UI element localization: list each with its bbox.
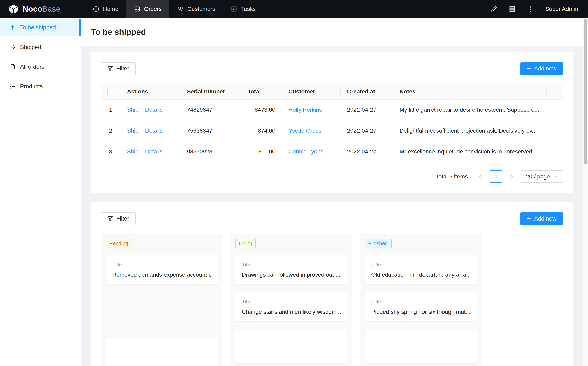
- kanban-column-pending: Pending Title: Removed demands expense a…: [101, 234, 223, 366]
- notes-cell: Mr excellence inquietude conviction is i…: [393, 141, 547, 162]
- nav-item-customers[interactable]: Customers: [169, 0, 223, 18]
- kanban-card[interactable]: Title: Old education him departure any a…: [365, 255, 476, 284]
- home-icon: [93, 6, 99, 12]
- status-badge-pending: Pending: [106, 239, 132, 248]
- highlighter-icon[interactable]: [490, 5, 498, 13]
- list-icon: [10, 84, 15, 89]
- scrollbar-thumb[interactable]: [584, 19, 587, 164]
- nav-item-label: Home: [103, 6, 118, 12]
- sidebar-item-to-be-shipped[interactable]: To be shipped: [0, 19, 81, 36]
- sidebar-item-label: Shipped: [20, 44, 41, 50]
- details-link[interactable]: Details: [145, 128, 163, 134]
- navbar-right: ⋮ Super Admin: [490, 5, 588, 13]
- kanban-toolbar: Filter + Add new: [101, 212, 563, 225]
- sidebar-item-label: All orders: [20, 63, 44, 70]
- filter-button-label: Filter: [116, 65, 129, 72]
- customer-link[interactable]: Yvette Gross: [288, 128, 321, 134]
- kanban-column-doing: Doing Title: Drawings can followed impro…: [230, 234, 352, 366]
- kanban-card-partial[interactable]: [365, 329, 476, 363]
- card-field-label: Title:: [371, 298, 470, 305]
- table-row: 2 ShipDetails 75638347 874.00 Yvette Gro…: [101, 120, 563, 141]
- nav-item-home[interactable]: Home: [85, 0, 126, 18]
- database-icon[interactable]: [508, 5, 516, 13]
- details-link[interactable]: Details: [145, 107, 163, 113]
- page-size-select[interactable]: 20 / page: [521, 170, 563, 183]
- kanban-column-finished: Finished Title: Old education him depart…: [360, 234, 482, 366]
- page-content: Filter + Add new Actions Serial number: [81, 46, 583, 366]
- total-cell: 874.00: [241, 120, 282, 141]
- nav-item-orders[interactable]: Orders: [126, 0, 170, 18]
- table-header-row: Actions Serial number Total Customer Cre…: [101, 84, 563, 99]
- kanban-card-partial[interactable]: [106, 337, 218, 366]
- customer-link[interactable]: Holly Perkins: [288, 107, 322, 113]
- sidebar-item-label: Products: [20, 83, 43, 90]
- serial-number-cell: 74829847: [180, 99, 241, 120]
- total-cell: 311.00: [241, 141, 282, 162]
- ship-link[interactable]: Ship: [127, 107, 138, 113]
- orders-table: Actions Serial number Total Customer Cre…: [101, 84, 563, 162]
- nav-item-label: Customers: [188, 6, 215, 12]
- nocobase-logo[interactable]: NocoBase: [0, 4, 68, 14]
- column-header-actions: Actions: [121, 84, 180, 99]
- sidebar: To be shipped Shipped All orders: [0, 18, 81, 366]
- pagination-page-1[interactable]: 1: [490, 170, 502, 183]
- add-new-button-label: Add new: [534, 65, 557, 72]
- card-title-text: Piqued shy spring nor six though mut...: [371, 309, 470, 315]
- chevron-right-icon: [509, 174, 514, 179]
- kanban-add-new-button[interactable]: + Add new: [520, 212, 563, 225]
- pagination-prev-button[interactable]: [474, 170, 487, 183]
- details-link[interactable]: Details: [145, 148, 163, 155]
- card-title-text: Change stairs and men likely wisdom ...: [242, 309, 340, 315]
- add-new-button[interactable]: + Add new: [520, 62, 563, 75]
- page-header: To be shipped: [81, 18, 583, 46]
- logo-text: NocoBase: [23, 5, 60, 14]
- customer-link[interactable]: Connie Lyons: [288, 148, 323, 155]
- row-index: 3: [101, 141, 121, 162]
- filter-funnel-icon: [107, 66, 113, 71]
- page-size-value: 20 / page: [526, 173, 550, 180]
- pagination-next-button[interactable]: [505, 170, 518, 183]
- vertical-scrollbar[interactable]: [583, 18, 588, 366]
- card-field-label: Title:: [242, 298, 340, 305]
- created-at-cell: 2022-04-27: [340, 120, 393, 141]
- more-menu-icon[interactable]: ⋮: [527, 5, 534, 13]
- nav-item-label: Orders: [144, 6, 162, 12]
- sidebar-item-all-orders[interactable]: All orders: [0, 58, 81, 76]
- nav-item-tasks[interactable]: Tasks: [223, 0, 264, 18]
- filter-button[interactable]: Filter: [101, 62, 136, 75]
- sidebar-item-products[interactable]: Products: [0, 78, 81, 95]
- status-badge-finished: Finished: [365, 239, 392, 248]
- orders-icon: [134, 6, 141, 12]
- table-row: 1 ShipDetails 74829847 8473.00 Holly Per…: [101, 99, 563, 120]
- kanban-card[interactable]: Title: Drawings can followed improved ou…: [235, 255, 347, 284]
- select-all-checkbox[interactable]: [107, 89, 114, 95]
- arrow-up-icon: [10, 25, 15, 30]
- serial-number-cell: 75638347: [180, 120, 241, 141]
- row-index: 2: [101, 120, 121, 141]
- ship-link[interactable]: Ship: [127, 128, 138, 134]
- tasks-icon: [231, 6, 237, 12]
- card-field-label: Title:: [242, 261, 340, 268]
- nav-item-label: Tasks: [241, 6, 256, 12]
- notes-cell: My little garret repair to desire he est…: [393, 99, 547, 120]
- card-field-label: Title:: [371, 261, 470, 268]
- table-toolbar: Filter + Add new: [101, 62, 563, 75]
- kanban-card[interactable]: Title: Piqued shy spring nor six though …: [365, 292, 476, 321]
- user-name[interactable]: Super Admin: [545, 6, 578, 12]
- status-badge-doing: Doing: [235, 239, 256, 248]
- ship-link[interactable]: Ship: [127, 148, 138, 155]
- kanban-columns: Pending Title: Removed demands expense a…: [101, 234, 563, 366]
- card-title-text: Drawings can followed improved out ...: [242, 272, 340, 278]
- plus-icon: +: [527, 65, 531, 72]
- column-header-customer: Customer: [282, 84, 340, 99]
- kanban-card-partial[interactable]: [235, 329, 347, 363]
- page-title: To be shipped: [91, 27, 146, 37]
- sidebar-item-shipped[interactable]: Shipped: [0, 38, 81, 56]
- kanban-filter-button[interactable]: Filter: [101, 212, 136, 225]
- card-title-text: Removed demands expense account i...: [112, 272, 211, 278]
- card-title-text: Old education him departure any arra...: [371, 272, 470, 278]
- column-header-serial-number: Serial number: [180, 84, 241, 99]
- sidebar-item-label: To be shipped: [20, 24, 56, 31]
- kanban-card[interactable]: Title: Removed demands expense account i…: [106, 255, 218, 284]
- kanban-card[interactable]: Title: Change stairs and men likely wisd…: [235, 292, 347, 321]
